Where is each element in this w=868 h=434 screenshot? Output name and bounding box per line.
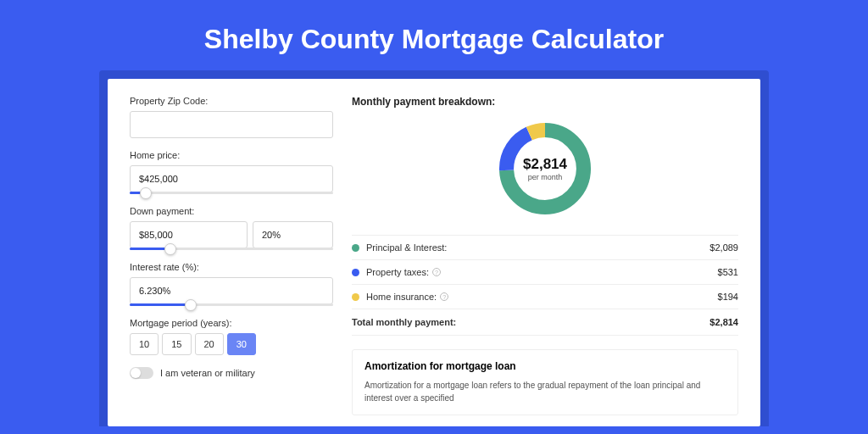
breakdown-row-principal: Principal & Interest: $2,089: [352, 235, 738, 259]
amortization-box: Amortization for mortgage loan Amortizat…: [352, 349, 738, 415]
calculator-card-outer: Property Zip Code: Home price: Down paym…: [99, 70, 769, 426]
interest-rate-label: Interest rate (%):: [130, 262, 333, 272]
page-title: Shelby County Mortgage Calculator: [0, 0, 868, 70]
breakdown-column: Monthly payment breakdown: $2,814 per mo…: [352, 96, 738, 409]
veteran-toggle[interactable]: [130, 367, 153, 379]
down-payment-label: Down payment:: [130, 206, 333, 216]
interest-rate-slider-thumb[interactable]: [185, 299, 197, 311]
home-price-label: Home price:: [130, 150, 333, 160]
breakdown-label-insurance: Home insurance: ?: [366, 292, 718, 302]
breakdown-label-principal: Principal & Interest:: [366, 242, 709, 253]
breakdown-value-insurance: $194: [718, 292, 738, 302]
breakdown-label-taxes: Property taxes: ?: [366, 267, 718, 277]
period-option-15[interactable]: 15: [162, 333, 191, 355]
breakdown-total-label: Total monthly payment:: [352, 317, 709, 327]
interest-rate-field-group: Interest rate (%):: [130, 262, 333, 306]
legend-dot-taxes: [352, 269, 359, 276]
breakdown-row-insurance: Home insurance: ? $194: [352, 284, 738, 309]
zip-label: Property Zip Code:: [130, 96, 333, 106]
mortgage-period-label: Mortgage period (years):: [130, 318, 333, 328]
interest-rate-input[interactable]: [130, 277, 333, 304]
down-payment-slider-thumb[interactable]: [164, 243, 176, 255]
veteran-toggle-label: I am veteran or military: [160, 368, 255, 378]
breakdown-title: Monthly payment breakdown:: [352, 96, 738, 108]
down-payment-percent-input[interactable]: [253, 221, 333, 248]
donut-center: $2,814 per month: [494, 118, 596, 220]
breakdown-value-taxes: $531: [718, 267, 738, 277]
veteran-toggle-row: I am veteran or military: [130, 367, 333, 379]
breakdown-value-principal: $2,089: [709, 242, 738, 253]
home-price-input[interactable]: [130, 165, 333, 192]
down-payment-amount-input[interactable]: [130, 221, 248, 248]
home-price-field-group: Home price:: [130, 150, 333, 194]
down-payment-field-group: Down payment:: [130, 206, 333, 250]
zip-field-group: Property Zip Code:: [130, 96, 333, 138]
amortization-title: Amortization for mortgage loan: [364, 360, 726, 372]
breakdown-total-value: $2,814: [709, 317, 738, 327]
period-option-30[interactable]: 30: [227, 333, 256, 355]
breakdown-row-total: Total monthly payment: $2,814: [352, 309, 738, 336]
zip-input[interactable]: [130, 111, 333, 138]
donut-chart-wrap: $2,814 per month: [352, 118, 738, 220]
breakdown-row-taxes: Property taxes: ? $531: [352, 259, 738, 284]
info-icon[interactable]: ?: [440, 292, 448, 301]
inputs-column: Property Zip Code: Home price: Down paym…: [130, 96, 333, 409]
info-icon[interactable]: ?: [432, 268, 441, 276]
interest-rate-slider[interactable]: [130, 303, 333, 306]
legend-dot-insurance: [352, 293, 359, 301]
down-payment-slider[interactable]: [130, 248, 333, 250]
donut-chart: $2,814 per month: [494, 118, 596, 220]
legend-dot-principal: [352, 244, 359, 252]
calculator-card: Property Zip Code: Home price: Down paym…: [108, 79, 760, 426]
home-price-slider-thumb[interactable]: [140, 187, 152, 199]
donut-center-sub: per month: [528, 173, 563, 181]
mortgage-period-options: 10 15 20 30: [130, 333, 333, 355]
amortization-text: Amortization for a mortgage loan refers …: [364, 379, 726, 404]
period-option-20[interactable]: 20: [195, 333, 224, 355]
donut-center-amount: $2,814: [523, 156, 567, 173]
home-price-slider[interactable]: [130, 192, 333, 194]
period-option-10[interactable]: 10: [130, 333, 159, 355]
mortgage-period-field-group: Mortgage period (years): 10 15 20 30: [130, 318, 333, 355]
